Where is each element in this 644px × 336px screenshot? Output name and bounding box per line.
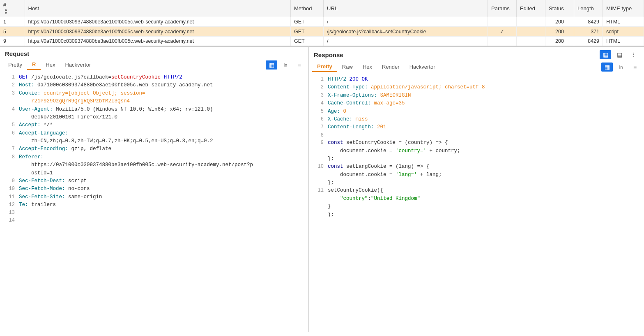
cell-url: / [324,37,488,46]
code-line: 10const setLangCookie = (lang) => { [309,163,644,171]
cell-length: 371 [574,27,603,37]
line-content: zh-CN,zh;q=0.8,zh-TW;q=0.7,zh-HK;q=0.5,e… [19,137,213,145]
line-number [312,211,324,219]
code-line: 8 [309,132,644,139]
code-line: 7Content-Length: 201 [309,123,644,131]
line-number: 9 [312,139,324,147]
line-content: document.cookie = 'lang=' + lang; [328,171,442,179]
line-content: Referer: [19,153,44,161]
cell-edited [517,37,545,46]
tab-request-r[interactable]: R [27,60,41,70]
line-number [3,137,15,145]
response-ln-icon[interactable]: ln [615,63,627,72]
tab-request-hackvertor[interactable]: Hackvertor [60,60,96,70]
line-number [312,171,324,179]
request-panel-title: Request [0,47,308,59]
code-line: document.cookie = 'country=' + country; [309,147,644,155]
line-content: const setLangCookie = (lang) => { [328,163,430,171]
line-content: Sec-Fetch-Site: same-origin [19,193,102,201]
request-menu-icon[interactable]: ≡ [294,60,305,70]
line-content: Gecko/20100101 Firefox/121.0 [19,114,117,121]
line-number: 13 [3,209,15,217]
code-line: "country":"United Kingdom" [309,195,644,203]
code-line: zh-CN,zh;q=0.8,zh-TW;q=0.7,zh-HK;q=0.5,e… [0,137,308,145]
line-content: HTTP/2 200 OK [328,76,368,83]
code-line: 6X-Cache: miss [309,116,644,123]
response-menu-icon[interactable]: ≡ [629,63,641,72]
table-row[interactable]: 9 https://0a71000c0309374880be3ae100fb00… [0,37,644,46]
cell-params [488,17,517,27]
line-content: Te: trailers [19,201,56,209]
line-content: X-Frame-Options: SAMEORIGIN [328,92,411,100]
tab-response-hex[interactable]: Hex [358,62,377,72]
line-content: } [328,203,331,211]
line-number: 11 [3,193,15,201]
line-number: 9 [3,177,15,185]
response-grid-view-icon[interactable]: ▦ [600,50,611,59]
request-panel: Request Pretty R Hex Hackvertor ▦ ln ≡ 1… [0,47,309,332]
response-code-area: 1HTTP/2 200 OK2Content-Type: application… [309,73,644,332]
code-line: } [309,203,644,211]
line-content: Sec-Fetch-Dest: script [19,177,87,185]
code-line: 8Referer: [0,153,308,161]
line-number [312,147,324,155]
code-line: 3X-Frame-Options: SAMEORIGIN [309,92,644,100]
code-line: 5Accept: */* [0,121,308,129]
cell-url: / [324,17,488,27]
request-ln-icon[interactable]: ln [280,60,291,70]
line-number [3,97,15,105]
cell-length: 8429 [574,17,603,27]
line-number: 7 [312,123,324,131]
code-line: 9const setCountryCookie = (country) => { [309,139,644,147]
code-line: 5Age: 0 [309,108,644,116]
line-content: }; [328,155,334,163]
tab-response-pretty[interactable]: Pretty [312,62,337,72]
line-number: 8 [312,132,324,139]
line-content: "country":"United Kingdom" [328,195,420,203]
code-line: 10Sec-Fetch-Mode: no-cors [0,185,308,193]
line-content: Cache-Control: max-age=35 [328,100,405,107]
table-row[interactable]: 5 https://0a71000c0309374880be3ae100fb00… [0,27,644,37]
line-number: 14 [3,217,15,225]
tab-request-hex[interactable]: Hex [41,60,60,70]
line-number: 3 [3,90,15,97]
line-number: 6 [3,130,15,137]
response-lines-view-icon[interactable]: ▤ [614,50,625,59]
tab-response-raw[interactable]: Raw [337,62,358,72]
code-line: r21P929OzgQrR9QrgRQSPzbfM2l3Qsn4 [0,97,308,105]
request-toolbar: ▦ ln ≡ [266,60,305,70]
tab-request-pretty[interactable]: Pretty [3,60,27,70]
request-grid-icon[interactable]: ▦ [266,60,277,70]
line-number [312,203,324,211]
cell-params: ✓ [488,27,517,37]
sort-arrows-hash[interactable]: ▲▼ [4,8,21,15]
cell-host: https://0a71000c0309374880be3ae100fb005c… [25,37,291,46]
cell-method: GET [291,37,324,46]
table-row[interactable]: 1 https://0a71000c0309374880be3ae100fb00… [0,17,644,27]
line-number: 5 [312,108,324,116]
code-line: 7Accept-Encoding: gzip, deflate [0,145,308,153]
col-header-length: Length [574,0,603,17]
tab-response-hackvertor[interactable]: Hackvertor [405,62,440,72]
code-line: 11setCountryCookie({ [309,187,644,195]
cell-method: GET [291,27,324,37]
cell-edited [517,27,545,37]
response-dots-view-icon[interactable]: ⋮ [628,50,639,59]
cell-status: 200 [545,37,574,46]
col-header-params: Params [488,0,517,17]
line-number: 10 [312,163,324,171]
tab-response-render[interactable]: Render [377,62,405,72]
line-number: 3 [312,92,324,100]
code-line: document.cookie = 'lang=' + lang; [309,171,644,179]
line-number: 8 [3,153,15,161]
code-line: ); [309,211,644,219]
code-line: 14 [0,217,308,225]
code-line: 9Sec-Fetch-Dest: script [0,177,308,185]
code-line: 13 [0,209,308,217]
response-grid-icon[interactable]: ▦ [601,63,613,72]
line-content: ostId=1 [19,169,53,177]
code-line: 2Host: 0a71000c0309374880be3ae100fb005c.… [0,81,308,89]
request-tabs-row: Pretty R Hex Hackvertor ▦ ln ≡ [0,59,308,71]
line-content: Content-Type: application/javascript; ch… [328,83,485,91]
line-content: Accept-Encoding: gzip, deflate [19,145,111,153]
